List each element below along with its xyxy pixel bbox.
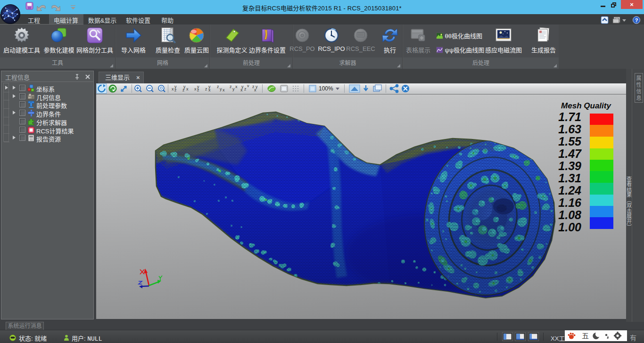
- svg-text:y: y: [220, 87, 222, 91]
- svg-text:z: z: [217, 84, 219, 89]
- svg-text:z: z: [205, 87, 207, 91]
- svg-text:x: x: [172, 87, 174, 91]
- svg-text:x: x: [254, 88, 256, 92]
- svg-text:z: z: [182, 88, 185, 92]
- svg-text:?: ?: [635, 17, 638, 23]
- svg-text:z: z: [244, 87, 247, 91]
- svg-text:100%: 100%: [319, 85, 333, 92]
- svg-text:z: z: [174, 88, 177, 92]
- svg-text:x: x: [194, 87, 197, 91]
- svg-text:x: x: [240, 88, 243, 92]
- svg-text:x: x: [186, 87, 189, 91]
- svg-text:x: x: [223, 88, 225, 92]
- svg-text:v: v: [247, 83, 249, 88]
- svg-text:五: 五: [582, 331, 589, 340]
- svg-text:z: z: [197, 88, 199, 92]
- svg-text:z: z: [230, 84, 232, 89]
- svg-text:x: x: [235, 84, 238, 89]
- svg-text:y: y: [232, 87, 235, 91]
- svg-text:x: x: [208, 88, 211, 92]
